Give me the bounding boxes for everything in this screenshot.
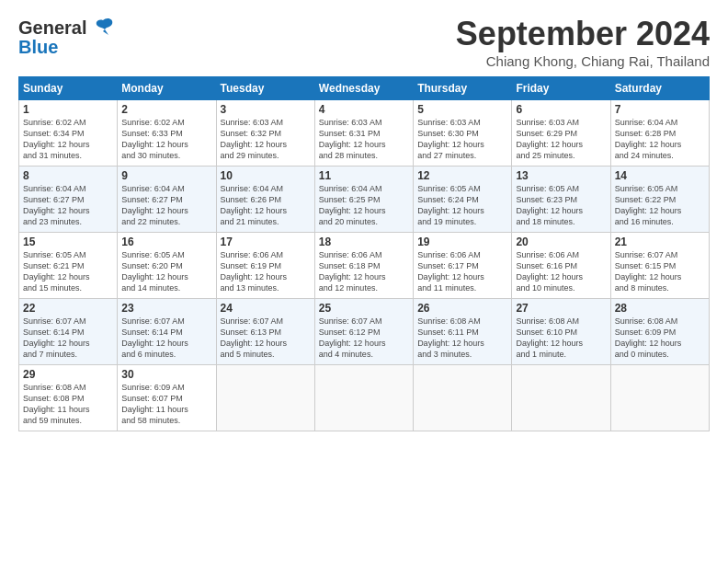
calendar-cell: 28Sunrise: 6:08 AM Sunset: 6:09 PM Dayli… <box>610 299 709 365</box>
logo-blue: Blue <box>18 37 58 58</box>
day-number: 3 <box>221 103 311 116</box>
day-detail: Sunrise: 6:06 AM Sunset: 6:16 PM Dayligh… <box>516 249 606 294</box>
day-detail: Sunrise: 6:04 AM Sunset: 6:26 PM Dayligh… <box>221 183 311 228</box>
day-detail: Sunrise: 6:06 AM Sunset: 6:17 PM Dayligh… <box>417 249 507 294</box>
header: General Blue September 2024 Chiang Khong… <box>18 15 710 69</box>
calendar-cell: 21Sunrise: 6:07 AM Sunset: 6:15 PM Dayli… <box>610 233 709 299</box>
calendar-cell: 17Sunrise: 6:06 AM Sunset: 6:19 PM Dayli… <box>216 233 314 299</box>
day-detail: Sunrise: 6:03 AM Sunset: 6:29 PM Dayligh… <box>516 117 606 162</box>
day-number: 13 <box>516 169 606 182</box>
calendar-cell: 3Sunrise: 6:03 AM Sunset: 6:32 PM Daylig… <box>216 100 314 167</box>
calendar-header-monday: Monday <box>118 77 216 100</box>
day-detail: Sunrise: 6:06 AM Sunset: 6:19 PM Dayligh… <box>221 249 311 294</box>
day-number: 14 <box>615 169 705 182</box>
day-number: 7 <box>615 103 705 116</box>
calendar-cell: 25Sunrise: 6:07 AM Sunset: 6:12 PM Dayli… <box>314 299 413 365</box>
calendar-cell: 8Sunrise: 6:04 AM Sunset: 6:27 PM Daylig… <box>19 167 118 233</box>
day-number: 8 <box>23 169 113 182</box>
day-detail: Sunrise: 6:07 AM Sunset: 6:12 PM Dayligh… <box>319 316 409 361</box>
calendar-cell: 20Sunrise: 6:06 AM Sunset: 6:16 PM Dayli… <box>512 233 610 299</box>
calendar-cell: 9Sunrise: 6:04 AM Sunset: 6:27 PM Daylig… <box>118 167 216 233</box>
day-detail: Sunrise: 6:03 AM Sunset: 6:30 PM Dayligh… <box>417 117 507 162</box>
day-detail: Sunrise: 6:07 AM Sunset: 6:14 PM Dayligh… <box>121 316 211 361</box>
calendar-cell: 22Sunrise: 6:07 AM Sunset: 6:14 PM Dayli… <box>19 299 118 365</box>
day-detail: Sunrise: 6:05 AM Sunset: 6:20 PM Dayligh… <box>121 249 211 294</box>
day-detail: Sunrise: 6:05 AM Sunset: 6:22 PM Dayligh… <box>615 183 705 228</box>
calendar-cell: 11Sunrise: 6:04 AM Sunset: 6:25 PM Dayli… <box>314 167 413 233</box>
calendar-header-wednesday: Wednesday <box>314 77 413 100</box>
calendar-header-tuesday: Tuesday <box>216 77 314 100</box>
day-detail: Sunrise: 6:02 AM Sunset: 6:33 PM Dayligh… <box>121 117 211 162</box>
calendar-cell: 18Sunrise: 6:06 AM Sunset: 6:18 PM Dayli… <box>314 233 413 299</box>
calendar-cell: 29Sunrise: 6:08 AM Sunset: 6:08 PM Dayli… <box>19 365 118 431</box>
calendar-cell <box>216 365 314 431</box>
day-detail: Sunrise: 6:06 AM Sunset: 6:18 PM Dayligh… <box>319 249 409 294</box>
day-detail: Sunrise: 6:08 AM Sunset: 6:10 PM Dayligh… <box>516 316 606 361</box>
day-number: 22 <box>23 302 113 315</box>
day-number: 15 <box>23 236 113 248</box>
day-detail: Sunrise: 6:08 AM Sunset: 6:11 PM Dayligh… <box>417 316 507 361</box>
day-detail: Sunrise: 6:04 AM Sunset: 6:25 PM Dayligh… <box>319 183 409 228</box>
day-number: 11 <box>319 169 409 182</box>
day-number: 27 <box>516 302 606 315</box>
day-number: 18 <box>319 236 409 248</box>
calendar-cell: 26Sunrise: 6:08 AM Sunset: 6:11 PM Dayli… <box>414 299 512 365</box>
day-detail: Sunrise: 6:09 AM Sunset: 6:07 PM Dayligh… <box>121 382 211 427</box>
title-block: September 2024 Chiang Khong, Chiang Rai,… <box>456 15 710 69</box>
calendar-table: SundayMondayTuesdayWednesdayThursdayFrid… <box>18 76 710 431</box>
location-title: Chiang Khong, Chiang Rai, Thailand <box>456 53 710 69</box>
calendar-header-friday: Friday <box>512 77 610 100</box>
calendar-week-row: 22Sunrise: 6:07 AM Sunset: 6:14 PM Dayli… <box>19 299 710 365</box>
month-title: September 2024 <box>456 15 710 53</box>
logo-bird-icon <box>90 15 116 40</box>
day-detail: Sunrise: 6:02 AM Sunset: 6:34 PM Dayligh… <box>23 117 113 162</box>
day-detail: Sunrise: 6:07 AM Sunset: 6:15 PM Dayligh… <box>615 249 705 294</box>
day-number: 25 <box>319 302 409 315</box>
logo: General Blue <box>18 15 116 58</box>
day-detail: Sunrise: 6:07 AM Sunset: 6:13 PM Dayligh… <box>221 316 311 361</box>
day-detail: Sunrise: 6:03 AM Sunset: 6:32 PM Dayligh… <box>221 117 311 162</box>
calendar-week-row: 15Sunrise: 6:05 AM Sunset: 6:21 PM Dayli… <box>19 233 710 299</box>
calendar-cell <box>314 365 413 431</box>
calendar-header-row: SundayMondayTuesdayWednesdayThursdayFrid… <box>19 77 710 100</box>
day-detail: Sunrise: 6:08 AM Sunset: 6:08 PM Dayligh… <box>23 382 113 427</box>
day-number: 21 <box>615 236 705 248</box>
day-detail: Sunrise: 6:04 AM Sunset: 6:27 PM Dayligh… <box>23 183 113 228</box>
calendar-cell: 12Sunrise: 6:05 AM Sunset: 6:24 PM Dayli… <box>414 167 512 233</box>
calendar-cell: 5Sunrise: 6:03 AM Sunset: 6:30 PM Daylig… <box>414 100 512 167</box>
calendar-cell: 23Sunrise: 6:07 AM Sunset: 6:14 PM Dayli… <box>118 299 216 365</box>
calendar-header-thursday: Thursday <box>414 77 512 100</box>
calendar-cell: 15Sunrise: 6:05 AM Sunset: 6:21 PM Dayli… <box>19 233 118 299</box>
day-number: 9 <box>121 169 211 182</box>
calendar-cell: 24Sunrise: 6:07 AM Sunset: 6:13 PM Dayli… <box>216 299 314 365</box>
day-number: 12 <box>417 169 507 182</box>
calendar-cell: 14Sunrise: 6:05 AM Sunset: 6:22 PM Dayli… <box>610 167 709 233</box>
calendar-cell: 30Sunrise: 6:09 AM Sunset: 6:07 PM Dayli… <box>118 365 216 431</box>
day-number: 1 <box>23 103 113 116</box>
calendar-cell <box>512 365 610 431</box>
day-number: 30 <box>121 368 211 381</box>
page: General Blue September 2024 Chiang Khong… <box>0 0 728 441</box>
calendar-cell: 1Sunrise: 6:02 AM Sunset: 6:34 PM Daylig… <box>19 100 118 167</box>
calendar-cell: 10Sunrise: 6:04 AM Sunset: 6:26 PM Dayli… <box>216 167 314 233</box>
calendar-cell <box>414 365 512 431</box>
calendar-cell <box>610 365 709 431</box>
day-detail: Sunrise: 6:04 AM Sunset: 6:27 PM Dayligh… <box>121 183 211 228</box>
day-detail: Sunrise: 6:05 AM Sunset: 6:23 PM Dayligh… <box>516 183 606 228</box>
calendar-week-row: 8Sunrise: 6:04 AM Sunset: 6:27 PM Daylig… <box>19 167 710 233</box>
calendar-cell: 13Sunrise: 6:05 AM Sunset: 6:23 PM Dayli… <box>512 167 610 233</box>
calendar-cell: 16Sunrise: 6:05 AM Sunset: 6:20 PM Dayli… <box>118 233 216 299</box>
calendar-week-row: 29Sunrise: 6:08 AM Sunset: 6:08 PM Dayli… <box>19 365 710 431</box>
day-number: 29 <box>23 368 113 381</box>
day-detail: Sunrise: 6:04 AM Sunset: 6:28 PM Dayligh… <box>615 117 705 162</box>
day-number: 28 <box>615 302 705 315</box>
day-detail: Sunrise: 6:08 AM Sunset: 6:09 PM Dayligh… <box>615 316 705 361</box>
day-number: 23 <box>121 302 211 315</box>
day-number: 20 <box>516 236 606 248</box>
calendar-header-saturday: Saturday <box>610 77 709 100</box>
calendar-cell: 19Sunrise: 6:06 AM Sunset: 6:17 PM Dayli… <box>414 233 512 299</box>
day-number: 24 <box>221 302 311 315</box>
day-number: 26 <box>417 302 507 315</box>
calendar-cell: 27Sunrise: 6:08 AM Sunset: 6:10 PM Dayli… <box>512 299 610 365</box>
day-number: 2 <box>121 103 211 116</box>
